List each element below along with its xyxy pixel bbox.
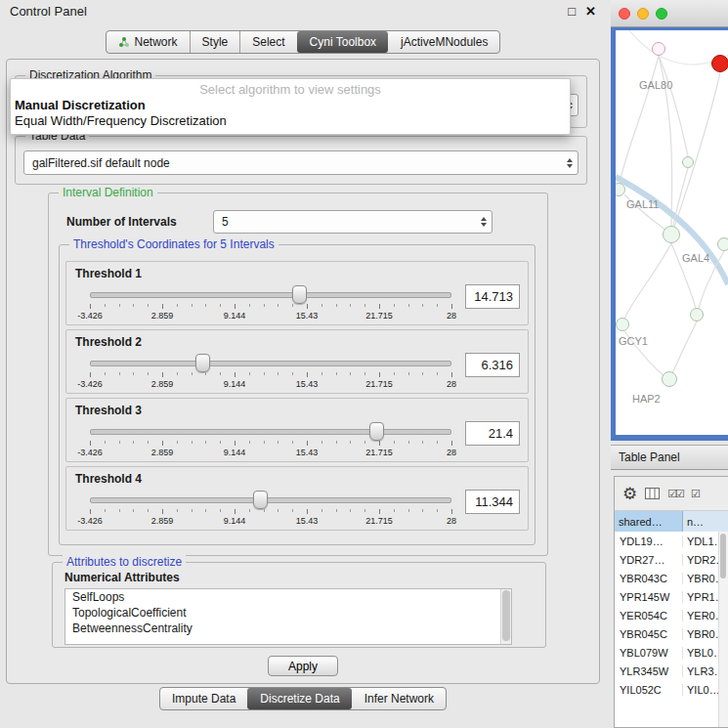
apply-button[interactable]: Apply (268, 656, 338, 676)
popup-option-manual-discretization[interactable]: Manual Discretization (11, 98, 570, 113)
bottom-tab-group: Impute Data Discretize Data Infer Networ… (159, 687, 447, 710)
network-view-window: GAL80GAL11GAL4GCY1HAP2 (611, 0, 728, 441)
table-row[interactable]: YBR045CYBR0… (615, 624, 728, 643)
columns-icon[interactable] (645, 488, 660, 499)
num-intervals-combobox[interactable]: 5 (213, 210, 492, 234)
table-row[interactable]: YIL052CYIL0… (615, 680, 728, 699)
table-panel-title: Table Panel (619, 450, 680, 464)
popup-option-equal-width-frequency[interactable]: Equal Width/Frequency Discretization (11, 113, 570, 129)
threshold-slider[interactable]: -3.4262.8599.14415.4321.71528 (90, 421, 451, 458)
table-row[interactable]: YPR145WYPR1… (615, 587, 728, 606)
table-cell: YDL19… (615, 535, 683, 547)
network-node[interactable] (682, 156, 694, 168)
numerical-attributes-list: SelfLoopsTopologicalCoefficientBetweenne… (64, 588, 512, 645)
threshold-slider[interactable]: -3.4262.8599.14415.4321.71528 (90, 490, 451, 527)
attributes-group: Attributes to discretize Numerical Attri… (52, 562, 546, 648)
attributes-scrollbar[interactable] (500, 589, 511, 644)
network-node[interactable] (717, 237, 728, 251)
float-window-icon[interactable]: □ (568, 4, 576, 19)
scrollbar-thumb[interactable] (502, 590, 510, 641)
tab-jactivemodules[interactable]: jActiveMNodules (388, 31, 499, 53)
attribute-item[interactable]: SelfLoops (65, 589, 511, 605)
control-panel-titlebar: Control Panel □ ✕ (0, 0, 606, 21)
threshold-value-field[interactable]: 21.4 (465, 421, 520, 446)
tab-select[interactable]: Select (239, 31, 296, 53)
tab-discretize-data[interactable]: Discretize Data (247, 688, 351, 709)
slider-scale: -3.4262.8599.14415.4321.71528 (90, 311, 451, 321)
thresholds-group-label: Threshold's Coordinates for 5 Intervals (69, 237, 278, 251)
column-header-shared-name[interactable]: shared… (615, 511, 683, 532)
network-canvas[interactable]: GAL80GAL11GAL4GCY1HAP2 (616, 30, 728, 435)
network-node-label: GAL4 (682, 252, 709, 264)
table-scrollbar[interactable] (718, 532, 728, 727)
numerical-attributes-label: Numerical Attributes (64, 571, 180, 584)
threshold-label: Threshold 1 (75, 267, 142, 280)
table-header-row: shared… n… (615, 511, 728, 533)
threshold-slider[interactable]: -3.4262.8599.14415.4321.71528 (90, 284, 451, 321)
gear-icon[interactable]: ⚙ (622, 486, 637, 502)
slider-thumb[interactable] (195, 354, 210, 372)
network-node[interactable] (663, 226, 680, 243)
table-cell: YBR045C (615, 628, 683, 640)
threshold-value-field[interactable]: 14.713 (465, 284, 520, 309)
tab-network[interactable]: Network (107, 31, 190, 53)
slider-ticks (90, 441, 451, 447)
slider-thumb[interactable] (292, 285, 307, 304)
threshold-label: Threshold 2 (75, 335, 142, 349)
table-row[interactable]: YLR345WYLR3… (615, 662, 728, 680)
slider-track[interactable] (90, 292, 451, 298)
table-cell: YIL052C (615, 684, 683, 696)
minimize-traffic-light-icon[interactable] (637, 8, 649, 20)
threshold-value-field[interactable]: 6.316 (465, 353, 520, 377)
top-tab-group: Network Style Select Cyni Toolbox jActiv… (106, 30, 501, 54)
select-all-columns-icon[interactable]: ☑☑ (667, 488, 683, 500)
network-node[interactable] (616, 318, 629, 331)
top-tab-bar: Network Style Select Cyni Toolbox jActiv… (0, 30, 606, 54)
table-row[interactable]: YER054CYER0… (615, 606, 728, 624)
slider-ticks (90, 509, 451, 515)
slider-track[interactable] (90, 497, 451, 503)
slider-track[interactable] (90, 361, 451, 366)
table-data-combobox[interactable]: galFiltered.sif default node (23, 150, 578, 175)
table-data-group: Table Data galFiltered.sif default node (15, 136, 587, 185)
slider-thumb[interactable] (369, 422, 384, 441)
table-cell: YBL079W (615, 647, 683, 659)
combobox-stepper-icon (481, 217, 487, 227)
threshold-value-field[interactable]: 11.344 (465, 490, 520, 514)
network-node[interactable] (690, 308, 704, 321)
network-node[interactable] (652, 42, 665, 56)
table-row[interactable]: YBL079WYBL0… (615, 643, 728, 662)
close-traffic-light-icon[interactable] (619, 8, 630, 20)
scrollbar-thumb[interactable] (720, 534, 726, 578)
network-frame: GAL80GAL11GAL4GCY1HAP2 (611, 27, 728, 441)
close-icon[interactable]: ✕ (585, 4, 596, 19)
slider-track[interactable] (90, 429, 451, 435)
threshold-slider[interactable]: -3.4262.8599.14415.4321.71528 (90, 353, 451, 390)
threshold-panel: Threshold 1-3.4262.8599.14415.4321.71528… (65, 261, 529, 325)
network-node[interactable] (711, 55, 728, 72)
column-header-name[interactable]: n… (683, 511, 728, 532)
thresholds-group: Threshold's Coordinates for 5 Intervals … (59, 244, 535, 545)
select-column-icon[interactable]: ☑ (691, 488, 699, 500)
tab-infer-network[interactable]: Infer Network (352, 688, 446, 709)
slider-ticks (90, 304, 451, 310)
tab-impute-data[interactable]: Impute Data (160, 688, 247, 709)
table-row[interactable]: YDR27…YDR2… (615, 550, 728, 569)
zoom-traffic-light-icon[interactable] (656, 8, 667, 20)
tab-label: jActiveMNodules (401, 35, 488, 49)
tab-style[interactable]: Style (190, 31, 240, 53)
table-row[interactable]: YDL19…YDL1… (615, 532, 728, 550)
table-row[interactable]: YBR043CYBR0… (615, 569, 728, 587)
attribute-item[interactable]: BetweennessCentrality (65, 621, 511, 636)
attribute-item[interactable]: TopologicalCoefficient (65, 605, 511, 621)
table-cell: YPR145W (615, 591, 683, 603)
combobox-stepper-icon (567, 158, 573, 168)
tab-label: Impute Data (172, 692, 236, 706)
network-node[interactable] (662, 371, 677, 387)
slider-thumb[interactable] (253, 491, 268, 509)
network-node-label: GCY1 (619, 335, 648, 347)
tab-cyni-toolbox[interactable]: Cyni Toolbox (297, 31, 388, 53)
algorithm-dropdown-popup: Select algorithm to view settings Manual… (10, 78, 571, 135)
table-data-combobox-value: galFiltered.sif default node (32, 156, 170, 170)
window-controls: □ ✕ (568, 4, 596, 19)
